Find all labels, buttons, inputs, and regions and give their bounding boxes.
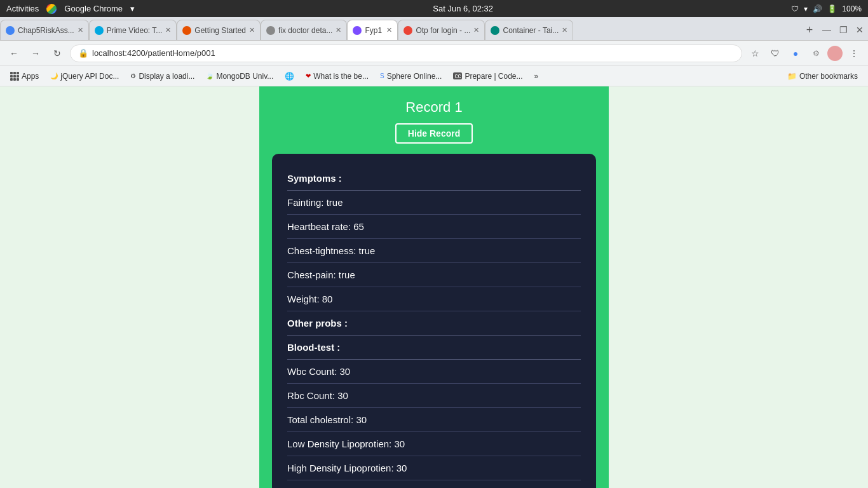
volume-icon: 🔊 — [813, 4, 822, 13]
browser-tab-tab2[interactable]: Prime Video: T...✕ — [89, 20, 177, 40]
address-bar: ← → ↻ 🔒 localhost:4200/patientHome/p001 … — [0, 41, 868, 66]
activities-label[interactable]: Activities — [6, 4, 39, 13]
record-field-11: Low Density Lipoprotien: 30 — [287, 432, 581, 456]
chrome-extension-button[interactable]: ● — [787, 44, 804, 62]
tab-close-tab4[interactable]: ✕ — [336, 26, 341, 34]
url-text: localhost:4200/patientHome/p001 — [92, 48, 215, 58]
browser-tab-tab1[interactable]: Chap5RiskAss...✕ — [0, 20, 89, 40]
record-field-8: Wbc Count: 30 — [287, 360, 581, 384]
tab-label-tab5: Fyp1 — [365, 26, 383, 35]
tab-favicon-tab4 — [266, 26, 275, 35]
tab-favicon-tab1 — [6, 26, 15, 35]
bookmark-prepare-label: Prepare | Code... — [465, 72, 522, 81]
extensions-puzzle-button[interactable]: ⚙ — [807, 44, 825, 62]
tab-favicon-tab6 — [403, 26, 412, 35]
chrome-favicon-icon — [46, 4, 57, 14]
os-topbar: Activities Google Chrome ▾ Sat Jun 6, 02… — [0, 0, 868, 17]
bookmark-more-label: » — [534, 72, 539, 81]
bookmark-other-label: Other bookmarks — [799, 72, 858, 81]
record-field-0: Symptoms : — [287, 166, 581, 191]
bookmark-mongodb-label: MongoDB Univ... — [216, 72, 273, 81]
tab-close-tab5[interactable]: ✕ — [386, 26, 392, 34]
record-field-5: Weight: 80 — [287, 287, 581, 311]
browser-name-label: Google Chrome — [64, 4, 123, 13]
record-field-3: Chest-tightness: true — [287, 239, 581, 263]
reload-button[interactable]: ↻ — [48, 44, 66, 62]
browser-tab-tab5[interactable]: Fyp1✕ — [347, 20, 398, 40]
bookmark-display-label: Display a loadi... — [139, 72, 194, 81]
bookmark-sphere[interactable]: S Sphere Online... — [375, 69, 447, 84]
tab-close-tab6[interactable]: ✕ — [473, 26, 479, 34]
forward-button[interactable]: → — [27, 44, 44, 62]
tab-label-tab3: Getting Started — [194, 26, 246, 35]
apps-grid-icon — [10, 72, 19, 81]
shield-icon: 🛡 — [791, 4, 799, 13]
bookmark-display[interactable]: ⚙ Display a loadi... — [125, 69, 200, 84]
network-icon: ▾ — [804, 4, 808, 13]
tab-favicon-tab7 — [491, 26, 499, 35]
battery-label: 100% — [842, 4, 862, 13]
browser-tab-tab6[interactable]: Otp for login - ...✕ — [398, 20, 485, 40]
page-content: Record 1 Hide Record Symptoms :Fainting:… — [0, 86, 868, 488]
menu-button[interactable]: ⋮ — [845, 44, 863, 62]
tab-close-tab3[interactable]: ✕ — [249, 26, 255, 34]
hide-record-button[interactable]: Hide Record — [395, 123, 473, 144]
bookmark-prepare[interactable]: cc Prepare | Code... — [448, 69, 527, 84]
datetime-label: Sat Jun 6, 02:32 — [433, 4, 493, 13]
apps-label: Apps — [22, 72, 39, 81]
lock-icon: 🔒 — [78, 48, 88, 58]
bookmark-what-label: What is the be... — [313, 72, 369, 81]
browser-tab-tab4[interactable]: fix doctor deta...✕ — [261, 20, 347, 40]
record-field-12: High Density Lipoprotien: 30 — [287, 456, 581, 480]
tabs-bar: Chap5RiskAss...✕Prime Video: T...✕Gettin… — [0, 17, 868, 41]
dropdown-icon: ▾ — [130, 4, 135, 13]
record-field-9: Rbc Count: 30 — [287, 384, 581, 408]
tab-close-tab7[interactable]: ✕ — [562, 26, 567, 34]
record-title: Record 1 — [272, 99, 596, 116]
tab-label-tab4: fix doctor deta... — [278, 26, 332, 35]
new-tab-button[interactable]: + — [801, 21, 818, 39]
tab-label-tab7: Container - Tai... — [503, 26, 559, 35]
minimize-button[interactable]: — — [818, 21, 835, 39]
tab-favicon-tab2 — [95, 26, 104, 35]
bookmark-jquery[interactable]: 🌙 jQuery API Doc... — [45, 69, 124, 84]
tab-label-tab2: Prime Video: T... — [107, 26, 163, 35]
tab-close-tab1[interactable]: ✕ — [78, 26, 83, 34]
record-field-2: Heartbeat rate: 65 — [287, 215, 581, 239]
tab-favicon-tab3 — [182, 26, 191, 35]
record-field-4: Chest-pain: true — [287, 263, 581, 287]
record-card: Symptoms :Fainting: trueHeartbeat rate: … — [272, 154, 596, 488]
browser-tab-tab3[interactable]: Getting Started✕ — [177, 20, 261, 40]
browser-tab-tab7[interactable]: Container - Tai...✕ — [485, 20, 573, 40]
bookmark-more[interactable]: » — [529, 69, 544, 84]
bookmark-sphere-label: Sphere Online... — [387, 72, 442, 81]
battery-icon: 🔋 — [827, 4, 837, 13]
record-container: Record 1 Hide Record Symptoms :Fainting:… — [259, 86, 609, 488]
bookmark-what[interactable]: ❤ What is the be... — [301, 69, 374, 84]
bookmark-star-button[interactable]: ☆ — [746, 44, 764, 62]
tab-label-tab1: Chap5RiskAss... — [18, 26, 74, 35]
record-field-7: Blood-test : — [287, 336, 581, 360]
tab-close-tab2[interactable]: ✕ — [165, 26, 171, 34]
window-controls: — ❐ ✕ — [818, 21, 868, 39]
restore-button[interactable]: ❐ — [835, 21, 851, 39]
close-button[interactable]: ✕ — [851, 21, 868, 39]
url-bar[interactable]: 🔒 localhost:4200/patientHome/p001 — [70, 44, 742, 62]
bookmark-mongodb[interactable]: 🍃 MongoDB Univ... — [201, 69, 278, 84]
bookmark-other[interactable]: 📁 Other bookmarks — [782, 69, 863, 84]
back-button[interactable]: ← — [5, 44, 23, 62]
record-field-13: Triglycerides: 30 — [287, 480, 581, 488]
shield-extension-button[interactable]: 🛡 — [766, 44, 784, 62]
profile-avatar[interactable] — [827, 46, 843, 61]
tab-favicon-tab5 — [353, 26, 362, 35]
bookmark-jquery-label: jQuery API Doc... — [60, 72, 119, 81]
bookmark-apps[interactable]: Apps — [5, 69, 44, 84]
bookmarks-bar: Apps 🌙 jQuery API Doc... ⚙ Display a loa… — [0, 66, 868, 86]
record-field-10: Total cholestrol: 30 — [287, 408, 581, 432]
record-field-1: Fainting: true — [287, 191, 581, 215]
record-field-6: Other probs : — [287, 311, 581, 336]
bookmark-globe[interactable]: 🌐 — [280, 69, 299, 84]
tab-label-tab6: Otp for login - ... — [416, 26, 470, 35]
